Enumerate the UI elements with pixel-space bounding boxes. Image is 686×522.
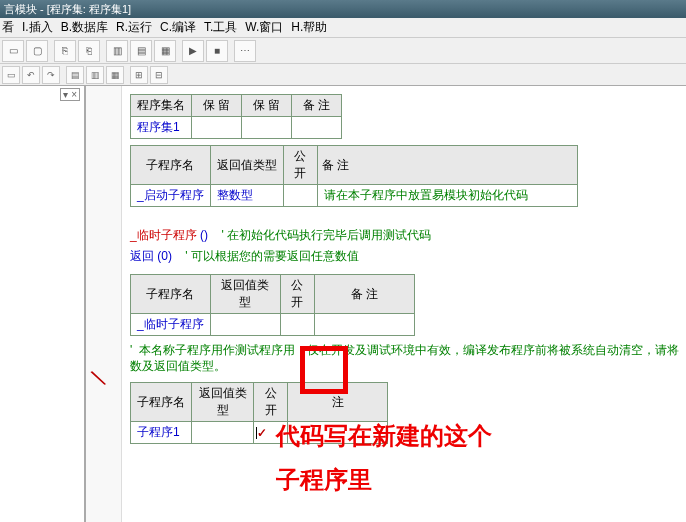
th-rettype: 返回值类型 <box>210 275 280 314</box>
menu-view[interactable]: 看 <box>2 19 14 36</box>
table-row[interactable]: _启动子程序 整数型 请在本子程序中放置易模块初始化代码 <box>131 185 578 207</box>
toolbar-btn-5[interactable]: ▥ <box>106 40 128 62</box>
workspace: ▾ × ╲ 程序集名 保 留 保 留 备 注 程序集1 子程序名 返回值类型 公… <box>0 86 686 522</box>
title-bar: 言模块 - [程序集: 程序集1] <box>0 0 686 18</box>
toolbar-btn-2[interactable]: ▢ <box>26 40 48 62</box>
annotation-text-line1: 代码写在新建的这个 <box>276 420 492 452</box>
th-subname: 子程序名 <box>131 146 211 185</box>
menu-database[interactable]: B.数据库 <box>61 19 108 36</box>
code-return-val: (0) <box>157 249 172 263</box>
code-comment1: ' 在初始化代码执行完毕后调用测试代码 <box>221 228 431 242</box>
th-remark: 备 注 <box>314 275 414 314</box>
th-reserved1: 保 留 <box>192 95 242 117</box>
menu-compile[interactable]: C.编译 <box>160 19 196 36</box>
menu-tools[interactable]: T.工具 <box>204 19 237 36</box>
code-call-name: _临时子程序 <box>130 228 197 242</box>
code-content[interactable]: 程序集名 保 留 保 留 备 注 程序集1 子程序名 返回值类型 公开 备 注 … <box>122 86 686 522</box>
annotation-text-line2: 子程序里 <box>276 464 372 496</box>
th-subname: 子程序名 <box>131 275 211 314</box>
toolbar-btn-1[interactable]: ▭ <box>2 40 24 62</box>
gutter-marker-icon: ╲ <box>92 369 105 387</box>
th-rettype: 返回值类型 <box>192 383 254 422</box>
toolbar-run-btn[interactable]: ▶ <box>182 40 204 62</box>
sub-name-cell[interactable]: _启动子程序 <box>131 185 211 207</box>
ret-type-cell[interactable]: 整数型 <box>210 185 283 207</box>
toolbar-main: ▭ ▢ ⎘ ⎗ ▥ ▤ ▦ ▶ ■ ⋯ <box>0 38 686 64</box>
th-remark: 备 注 <box>317 146 577 185</box>
tb2-btn-3[interactable]: ↷ <box>42 66 60 84</box>
table-row[interactable]: _临时子程序 <box>131 314 415 336</box>
toolbar-secondary: ▭ ↶ ↷ ▤ ▥ ▦ ⊞ ⊟ <box>0 64 686 86</box>
th-subname: 子程序名 <box>131 383 192 422</box>
code-line-1[interactable]: _临时子程序 () ' 在初始化代码执行完毕后调用测试代码 <box>130 226 680 244</box>
menu-help[interactable]: H.帮助 <box>291 19 327 36</box>
remark-cell: 请在本子程序中放置易模块初始化代码 <box>317 185 577 207</box>
menu-window[interactable]: W.窗口 <box>245 19 283 36</box>
th-public: 公开 <box>280 275 314 314</box>
startup-sub-table: 子程序名 返回值类型 公开 备 注 _启动子程序 整数型 请在本子程序中放置易模… <box>130 145 578 207</box>
note-comment: ' 本名称子程序用作测试程序用，仅在开发及调试环境中有效，编译发布程序前将被系统… <box>130 342 680 374</box>
code-comment2: ' 可以根据您的需要返回任意数值 <box>185 249 359 263</box>
toolbar-btn-10[interactable]: ⋯ <box>234 40 256 62</box>
code-gutter: ╲ <box>86 86 122 522</box>
menu-run[interactable]: R.运行 <box>116 19 152 36</box>
tb2-btn-5[interactable]: ▥ <box>86 66 104 84</box>
assembly-name-cell[interactable]: 程序集1 <box>131 117 192 139</box>
annotation-highlight-box <box>300 346 348 394</box>
toolbar-btn-6[interactable]: ▤ <box>130 40 152 62</box>
th-public: 公开 <box>283 146 317 185</box>
code-line-2[interactable]: 返回 (0) ' 可以根据您的需要返回任意数值 <box>130 247 680 265</box>
tb2-btn-1[interactable]: ▭ <box>2 66 20 84</box>
toolbar-stop-btn[interactable]: ■ <box>206 40 228 62</box>
temp-sub-name[interactable]: _临时子程序 <box>131 314 211 336</box>
th-reserved2: 保 留 <box>242 95 292 117</box>
th-public: 公开 <box>254 383 288 422</box>
tb2-btn-7[interactable]: ⊞ <box>130 66 148 84</box>
tb2-btn-4[interactable]: ▤ <box>66 66 84 84</box>
menu-insert[interactable]: I.插入 <box>22 19 53 36</box>
menu-bar: 看 I.插入 B.数据库 R.运行 C.编译 T.工具 W.窗口 H.帮助 <box>0 18 686 38</box>
tb2-btn-8[interactable]: ⊟ <box>150 66 168 84</box>
left-pane: ▾ × <box>0 86 86 522</box>
toolbar-btn-4[interactable]: ⎗ <box>78 40 100 62</box>
th-assembly-name: 程序集名 <box>131 95 192 117</box>
title-text: 言模块 - [程序集: 程序集1] <box>4 3 131 15</box>
code-call-paren: () <box>200 228 208 242</box>
code-return: 返回 <box>130 249 154 263</box>
tb2-btn-2[interactable]: ↶ <box>22 66 40 84</box>
tb2-btn-6[interactable]: ▦ <box>106 66 124 84</box>
table-row[interactable]: 程序集1 <box>131 117 342 139</box>
toolbar-btn-3[interactable]: ⎘ <box>54 40 76 62</box>
check-icon: ✓ <box>257 426 267 440</box>
leftpane-close[interactable]: ▾ × <box>60 88 80 101</box>
assembly-table: 程序集名 保 留 保 留 备 注 程序集1 <box>130 94 342 139</box>
th-rettype: 返回值类型 <box>210 146 283 185</box>
new-sub-name[interactable]: 子程序1 <box>131 422 192 444</box>
th-remark: 备 注 <box>292 95 342 117</box>
toolbar-btn-7[interactable]: ▦ <box>154 40 176 62</box>
temp-sub-table: 子程序名 返回值类型 公开 备 注 _临时子程序 <box>130 274 415 336</box>
